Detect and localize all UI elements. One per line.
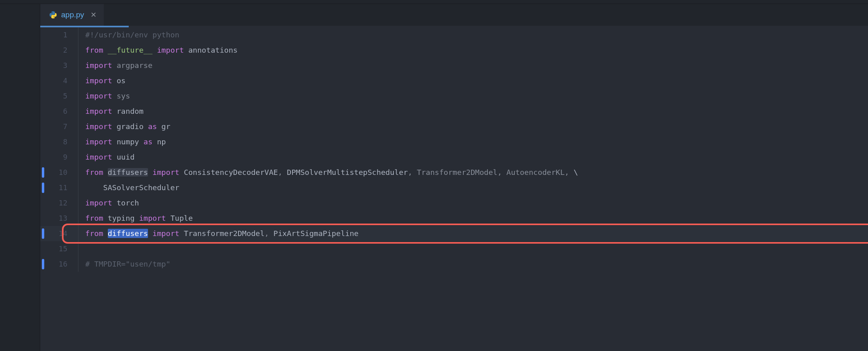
- gutter-change-marker-cell: [40, 150, 46, 165]
- code-cell[interactable]: # TMPDIR="usen/tmp": [85, 257, 868, 272]
- code-token: [135, 214, 139, 222]
- code-scroll-area[interactable]: 1#!/usr/bin/env python2from __future__ i…: [40, 27, 868, 351]
- code-token: [184, 46, 188, 54]
- code-cell[interactable]: import numpy as np: [85, 134, 868, 150]
- gutter-change-marker-cell: [40, 73, 46, 88]
- gutter-separator: [78, 58, 85, 73]
- code-token: sys: [117, 92, 130, 100]
- code-token: #!/usr/bin/env python: [85, 31, 179, 39]
- code-line[interactable]: 9import uuid: [40, 150, 868, 165]
- code-cell[interactable]: import uuid: [85, 150, 868, 165]
- code-cell[interactable]: [85, 241, 868, 257]
- line-number[interactable]: 5: [46, 88, 78, 104]
- code-token: from: [85, 46, 103, 54]
- code-token: [112, 153, 117, 161]
- code-cell[interactable]: import gradio as gr: [85, 119, 868, 134]
- code-line[interactable]: 11 SASolverScheduler: [40, 180, 868, 195]
- code-line[interactable]: 4import os: [40, 73, 868, 88]
- code-token: AutoencoderKL: [506, 168, 565, 177]
- gutter-separator: [78, 180, 85, 195]
- gutter-change-marker-cell: [40, 180, 46, 195]
- code-table: 1#!/usr/bin/env python2from __future__ i…: [40, 27, 868, 272]
- gutter-separator: [78, 150, 85, 165]
- code-token: [148, 229, 152, 238]
- code-cell[interactable]: import random: [85, 104, 868, 119]
- line-number[interactable]: 9: [46, 150, 78, 165]
- code-token: PixArtSigmaPipeline: [274, 229, 359, 238]
- gutter-separator: [78, 211, 85, 226]
- code-token: np: [152, 138, 166, 146]
- left-sidebar-collapsed[interactable]: [0, 4, 40, 351]
- line-number[interactable]: 15: [46, 241, 78, 257]
- code-line[interactable]: 6import random: [40, 104, 868, 119]
- code-cell[interactable]: from diffusers import Transformer2DModel…: [85, 226, 868, 241]
- line-number[interactable]: 2: [46, 43, 78, 58]
- code-line[interactable]: 10from diffusers import ConsistencyDecod…: [40, 165, 868, 180]
- code-token: [179, 229, 184, 238]
- code-token: numpy: [117, 138, 144, 146]
- line-number[interactable]: 11: [46, 180, 78, 195]
- code-cell[interactable]: from diffusers import ConsistencyDecoder…: [85, 165, 868, 180]
- editor-window: app.py ✕ 1#!/usr/bin/env python2from __f…: [0, 0, 868, 351]
- code-line[interactable]: 8import numpy as np: [40, 134, 868, 150]
- main-row: app.py ✕ 1#!/usr/bin/env python2from __f…: [0, 4, 868, 351]
- code-token: import: [85, 61, 112, 70]
- code-line[interactable]: 15: [40, 241, 868, 257]
- code-line[interactable]: 7import gradio as gr: [40, 119, 868, 134]
- code-token: import: [152, 168, 179, 177]
- code-token: [112, 199, 117, 207]
- code-token: ,: [408, 168, 417, 177]
- code-line[interactable]: 12import torch: [40, 195, 868, 211]
- code-cell[interactable]: SASolverScheduler: [85, 180, 868, 195]
- gutter-change-marker-cell: [40, 119, 46, 134]
- modified-line-marker: [42, 167, 44, 178]
- gutter-separator: [78, 88, 85, 104]
- gutter-change-marker-cell: [40, 88, 46, 104]
- code-line[interactable]: 5import sys: [40, 88, 868, 104]
- code-token: [103, 214, 108, 222]
- code-cell[interactable]: import sys: [85, 88, 868, 104]
- code-line[interactable]: 13from typing import Tuple: [40, 211, 868, 226]
- code-cell[interactable]: from __future__ import annotations: [85, 43, 868, 58]
- code-token: gradio: [117, 122, 148, 131]
- line-number[interactable]: 13: [46, 211, 78, 226]
- code-cell[interactable]: import os: [85, 73, 868, 88]
- code-line[interactable]: 16# TMPDIR="usen/tmp": [40, 257, 868, 272]
- line-number[interactable]: 12: [46, 195, 78, 211]
- code-line[interactable]: 2from __future__ import annotations: [40, 43, 868, 58]
- line-number[interactable]: 10: [46, 165, 78, 180]
- code-token: diffusers: [108, 168, 148, 177]
- code-token: [152, 46, 157, 54]
- line-number[interactable]: 7: [46, 119, 78, 134]
- code-token: ConsistencyDecoderVAE: [184, 168, 278, 177]
- code-token: import: [85, 76, 112, 85]
- code-token: argparse: [117, 61, 152, 70]
- line-number[interactable]: 14: [46, 226, 78, 241]
- code-token: random: [117, 107, 144, 115]
- line-number[interactable]: 16: [46, 257, 78, 272]
- code-token: \: [574, 168, 578, 177]
- gutter-separator: [78, 165, 85, 180]
- code-token: import: [152, 229, 179, 238]
- code-cell[interactable]: from typing import Tuple: [85, 211, 868, 226]
- code-token: import: [85, 92, 112, 100]
- code-token: gr: [157, 122, 170, 131]
- code-token: Transformer2DModel: [184, 229, 264, 238]
- line-number[interactable]: 6: [46, 104, 78, 119]
- code-line[interactable]: 1#!/usr/bin/env python: [40, 27, 868, 43]
- code-cell[interactable]: import argparse: [85, 58, 868, 73]
- line-number[interactable]: 3: [46, 58, 78, 73]
- code-line[interactable]: 14from diffusers import Transformer2DMod…: [40, 226, 868, 241]
- close-icon[interactable]: ✕: [88, 10, 97, 19]
- line-number[interactable]: 4: [46, 73, 78, 88]
- code-token: Transformer2DModel: [417, 168, 497, 177]
- code-token: __future__: [108, 46, 152, 54]
- code-token: as: [144, 138, 152, 146]
- code-token: import: [157, 46, 184, 54]
- line-number[interactable]: 8: [46, 134, 78, 150]
- code-line[interactable]: 3import argparse: [40, 58, 868, 73]
- tab-app-py[interactable]: app.py ✕: [40, 4, 104, 26]
- code-cell[interactable]: import torch: [85, 195, 868, 211]
- line-number[interactable]: 1: [46, 27, 78, 43]
- code-cell[interactable]: #!/usr/bin/env python: [85, 27, 868, 43]
